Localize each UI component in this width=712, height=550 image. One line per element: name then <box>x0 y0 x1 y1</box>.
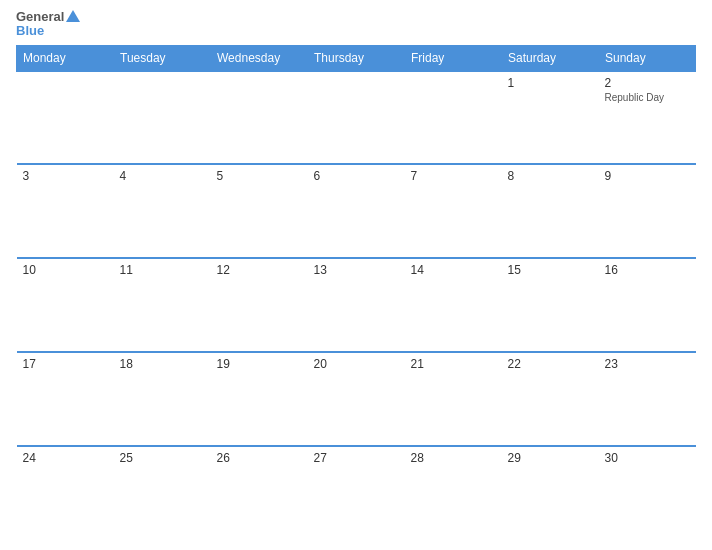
day-number: 21 <box>411 357 496 371</box>
week-row-2: 3456789 <box>17 164 696 258</box>
day-number: 13 <box>314 263 399 277</box>
cell-week5-day1: 24 <box>17 446 114 540</box>
header-sunday: Sunday <box>599 45 696 71</box>
page-wrapper: GeneralBlue MondayTuesdayWednesdayThursd… <box>0 0 712 550</box>
calendar-body: 12Republic Day34567891011121314151617181… <box>17 71 696 540</box>
cell-week4-day1: 17 <box>17 352 114 446</box>
day-number: 11 <box>120 263 205 277</box>
cell-week3-day5: 14 <box>405 258 502 352</box>
cell-week5-day6: 29 <box>502 446 599 540</box>
day-number: 12 <box>217 263 302 277</box>
day-number: 29 <box>508 451 593 465</box>
cell-week2-day5: 7 <box>405 164 502 258</box>
day-number: 22 <box>508 357 593 371</box>
day-number: 25 <box>120 451 205 465</box>
cell-week3-day3: 12 <box>211 258 308 352</box>
header-friday: Friday <box>405 45 502 71</box>
week-row-5: 24252627282930 <box>17 446 696 540</box>
day-number: 16 <box>605 263 690 277</box>
day-number: 7 <box>411 169 496 183</box>
day-number: 6 <box>314 169 399 183</box>
cell-week2-day1: 3 <box>17 164 114 258</box>
calendar-header: GeneralBlue <box>16 10 696 39</box>
header-monday: Monday <box>17 45 114 71</box>
cell-week3-day7: 16 <box>599 258 696 352</box>
cell-week4-day4: 20 <box>308 352 405 446</box>
calendar-table: MondayTuesdayWednesdayThursdayFridaySatu… <box>16 45 696 540</box>
header-thursday: Thursday <box>308 45 405 71</box>
cell-week5-day7: 30 <box>599 446 696 540</box>
day-number: 28 <box>411 451 496 465</box>
cell-week1-day7: 2Republic Day <box>599 71 696 165</box>
day-number: 18 <box>120 357 205 371</box>
day-number: 30 <box>605 451 690 465</box>
day-number: 1 <box>508 76 593 90</box>
cell-week4-day6: 22 <box>502 352 599 446</box>
holiday-name: Republic Day <box>605 92 690 103</box>
cell-week1-day6: 1 <box>502 71 599 165</box>
cell-week1-day3 <box>211 71 308 165</box>
day-number: 15 <box>508 263 593 277</box>
cell-week2-day7: 9 <box>599 164 696 258</box>
day-number: 17 <box>23 357 108 371</box>
cell-week4-day5: 21 <box>405 352 502 446</box>
logo-blue-text: Blue <box>16 24 44 38</box>
day-number: 3 <box>23 169 108 183</box>
cell-week3-day1: 10 <box>17 258 114 352</box>
cell-week1-day4 <box>308 71 405 165</box>
day-number: 26 <box>217 451 302 465</box>
day-number: 8 <box>508 169 593 183</box>
cell-week4-day3: 19 <box>211 352 308 446</box>
cell-week3-day2: 11 <box>114 258 211 352</box>
day-number: 2 <box>605 76 690 90</box>
week-row-3: 10111213141516 <box>17 258 696 352</box>
day-number: 27 <box>314 451 399 465</box>
cell-week2-day2: 4 <box>114 164 211 258</box>
logo-triangle-icon <box>66 10 80 22</box>
header-saturday: Saturday <box>502 45 599 71</box>
day-number: 5 <box>217 169 302 183</box>
cell-week1-day5 <box>405 71 502 165</box>
cell-week2-day3: 5 <box>211 164 308 258</box>
cell-week1-day1 <box>17 71 114 165</box>
cell-week4-day2: 18 <box>114 352 211 446</box>
header-tuesday: Tuesday <box>114 45 211 71</box>
cell-week2-day6: 8 <box>502 164 599 258</box>
day-number: 20 <box>314 357 399 371</box>
cell-week1-day2 <box>114 71 211 165</box>
cell-week5-day5: 28 <box>405 446 502 540</box>
day-number: 14 <box>411 263 496 277</box>
day-number: 24 <box>23 451 108 465</box>
cell-week3-day6: 15 <box>502 258 599 352</box>
week-row-4: 17181920212223 <box>17 352 696 446</box>
day-number: 23 <box>605 357 690 371</box>
header-wednesday: Wednesday <box>211 45 308 71</box>
cell-week5-day2: 25 <box>114 446 211 540</box>
cell-week5-day3: 26 <box>211 446 308 540</box>
logo-general-text: General <box>16 10 64 24</box>
cell-week2-day4: 6 <box>308 164 405 258</box>
day-number: 9 <box>605 169 690 183</box>
calendar-header-row: MondayTuesdayWednesdayThursdayFridaySatu… <box>17 45 696 71</box>
logo: GeneralBlue <box>16 10 80 39</box>
cell-week4-day7: 23 <box>599 352 696 446</box>
day-number: 19 <box>217 357 302 371</box>
day-number: 4 <box>120 169 205 183</box>
day-number: 10 <box>23 263 108 277</box>
cell-week3-day4: 13 <box>308 258 405 352</box>
week-row-1: 12Republic Day <box>17 71 696 165</box>
cell-week5-day4: 27 <box>308 446 405 540</box>
